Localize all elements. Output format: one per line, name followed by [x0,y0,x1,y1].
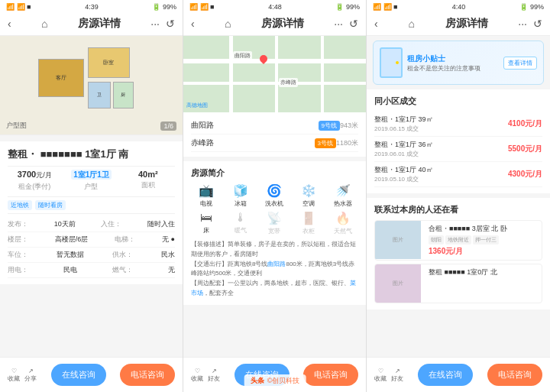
panel3-scroll[interactable]: 租房小贴士 租金不是您关注的注意事项 查看详情 同小区成交 整租・1室1厅 39… [367,36,550,357]
similar-item-2[interactable]: 整租・1室1厅 36㎡ 2019.06.01 成交 5500元/月 [374,137,542,162]
listing-tag-area: 朝阳 [429,235,444,245]
transit-line-1: 9号线 [319,121,340,131]
room-kitchen: 厨 [113,82,134,109]
similar-title-3: 整租・1室1厅 40㎡ [374,165,508,175]
status-icons-left-2: 📶 📶 ■ [189,3,214,11]
back-btn-3[interactable]: ‹ [374,18,378,30]
page-title-2: 房源详情 [261,17,304,31]
bottom-bar-3: ♡收藏 ↗好友 在线咨询 电话咨询 [367,357,550,392]
listing-main-block: 整租・ ■■■■■■■ 1室1厅 南 3700元/月 租金(季付) 1室1厅1卫… [0,141,183,284]
bed-icon: 🛏 [200,211,212,225]
more-btn-2[interactable]: ··· [334,18,343,30]
similar-item-1[interactable]: 整租・1室1厅 39㎡ 2019.06.15 成交 4100元/月 [374,112,542,137]
also-listing-1[interactable]: 图片 合租・■■■■■ 3居室 北 卧 朝阳 地铁附近 押一付三 1360元/月 [374,220,542,261]
home-btn-1[interactable]: ⌂ [41,18,47,30]
home-btn-3[interactable]: ⌂ [408,18,414,30]
ad-banner[interactable]: 租房小贴士 租金不是您关注的注意事项 查看详情 [373,40,544,85]
more-btn-3[interactable]: ··· [518,18,527,30]
amenity-heater2: 🌡 暖气 [225,211,257,235]
gas-icon: 🔥 [335,211,351,225]
panel1-scroll[interactable]: 客厅 卧室 卫 厨 户型图 1/6 整租・ ■■■■■■■ 1室1厅 南 370… [0,36,183,357]
online-consult-btn-1[interactable]: 在线咨询 [51,364,106,386]
panel-2: 📶 📶 ■ 4:48 🔋 99% ‹ ⌂ 房源详情 ··· ↺ 曲阳路 [183,0,367,392]
map-background: 曲阳路 赤峰路 高德地图 [183,36,366,112]
watermark-brand: ©创贝科技 [267,376,300,386]
amenity-ac: ❄️ 空调 [293,183,325,208]
online-consult-btn-3[interactable]: 在线咨询 [418,364,473,386]
ac-icon: ❄️ [301,183,316,198]
amenity-heater: 🚿 热水器 [327,183,358,208]
listing-price-1: 1360元/月 [429,246,539,257]
listing-title-1: 合租・■■■■■ 3居室 北 卧 [429,224,539,234]
map-marker-dot [258,53,269,64]
amenities-grid: 📺 电视 🧊 冰箱 🌀 洗衣机 ❄️ 空调 🚿 热水器 [191,183,358,235]
page-title-3: 房源详情 [445,17,488,31]
listing-info-grid: 3700元/月 租金(季付) 1室1厅1卫 户型 40m² 面积 [8,170,175,192]
transit-row-2: 赤峰路 3号线 1180米 [191,134,358,152]
price-cell: 3700元/月 租金(季付) [8,170,61,192]
amenity-tv: 📺 电视 [191,183,222,208]
type-value: 1室1厅1卫 [64,170,118,180]
also-listing-2[interactable]: 图片 整租 ■■■■■ 1室0厅 北 [374,264,542,303]
listing-tags: 近地铁 随时看房 [8,200,175,210]
listing-thumb-1: 图片 [375,221,421,259]
ad-door-knob [396,61,399,64]
share-btn-2[interactable]: ↗好友 [208,368,220,383]
save-btn-2[interactable]: ♡收藏 [191,368,203,383]
also-viewing-section: 联系过本房的人还在看 图片 合租・■■■■■ 3居室 北 卧 朝阳 地铁附近 押… [367,198,550,309]
share-btn-1[interactable]: ↗分享 [24,368,37,383]
more-btn-1[interactable]: ··· [150,18,160,30]
map-marker [260,55,269,64]
phone-consult-btn-3[interactable]: 电话咨询 [487,364,542,386]
wifi-icon: 📡 [267,211,282,225]
refresh-btn-2[interactable]: ↺ [349,18,358,30]
listing-info-2: 整租 ■■■■■ 1室0厅 北 [425,264,542,303]
home-btn-2[interactable]: ⌂ [225,18,231,30]
ad-detail-btn[interactable]: 查看详情 [503,57,537,70]
status-time-1: 4:39 [85,3,99,11]
phone-consult-btn-2[interactable]: 电话咨询 [303,364,358,386]
status-battery-2: 🔋 99% [335,3,360,11]
area-cell: 40m² 面积 [121,170,175,192]
listing-tag-payment: 押一付三 [473,235,499,245]
type-label: 户型 [64,182,118,192]
status-battery-1: 🔋 99% [152,3,176,11]
phone-consult-btn-1[interactable]: 电话咨询 [120,364,175,386]
transit-name-1: 曲阳路 [191,120,315,131]
map-road-v3 [321,36,324,112]
status-bar-2: 📶 📶 ■ 4:48 🔋 99% [183,0,366,12]
similar-price-1: 4100元/月 [508,118,542,129]
similar-title-1: 整租・1室1厅 39㎡ [374,115,508,125]
back-btn-1[interactable]: ‹ [8,18,11,30]
type-cell: 1室1厅1卫 户型 [64,170,118,192]
map-road-v2 [275,36,278,112]
price-value: 3700元/月 [8,170,61,180]
refresh-btn-1[interactable]: ↺ [166,18,175,30]
area-label: 面积 [121,180,175,190]
amenity-bed: 🛏 床 [191,211,222,235]
map-logo: 高德地图 [186,102,208,109]
similar-item-3[interactable]: 整租・1室1厅 40㎡ 2019.05.10 成交 4300元/月 [374,162,542,187]
share-btn-3[interactable]: ↗好友 [391,368,403,383]
price-label: 租金(季付) [8,182,61,192]
status-bar-1: 📶 📶 ■ 4:39 🔋 99% [0,0,183,12]
amenity-fridge: 🧊 冰箱 [225,183,257,208]
map-section[interactable]: 曲阳路 赤峰路 高德地图 [183,36,366,112]
save-btn-1[interactable]: ♡收藏 [8,368,20,383]
washer-icon: 🌀 [267,183,282,198]
transit-line-2: 3号线 [315,138,336,148]
similar-date-1: 2019.06.15 成交 [374,125,508,133]
back-btn-2[interactable]: ‹ [191,18,195,30]
transit-dist-1: 943米 [340,121,358,131]
amenity-wardrobe: 🚪 衣柜 [293,211,325,235]
transit-dist-2: 1180米 [336,138,358,148]
status-time-2: 4:48 [268,3,282,11]
similar-title-2: 整租・1室1厅 36㎡ [374,140,508,150]
floor-plan-diagram: 客厅 卧室 卫 厨 [31,44,153,128]
save-btn-3[interactable]: ♡收藏 [374,368,387,383]
similar-date-3: 2019.05.10 成交 [374,175,508,183]
refresh-btn-3[interactable]: ↺ [533,18,542,30]
panel2-scroll[interactable]: 曲阳路 赤峰路 高德地图 曲阳路 9号线 943米 赤峰路 3号线 1180米 … [183,36,366,357]
transit-section: 曲阳路 9号线 943米 赤峰路 3号线 1180米 [183,112,366,157]
similar-section: 同小区成交 整租・1室1厅 39㎡ 2019.06.15 成交 4100元/月 … [367,89,550,193]
